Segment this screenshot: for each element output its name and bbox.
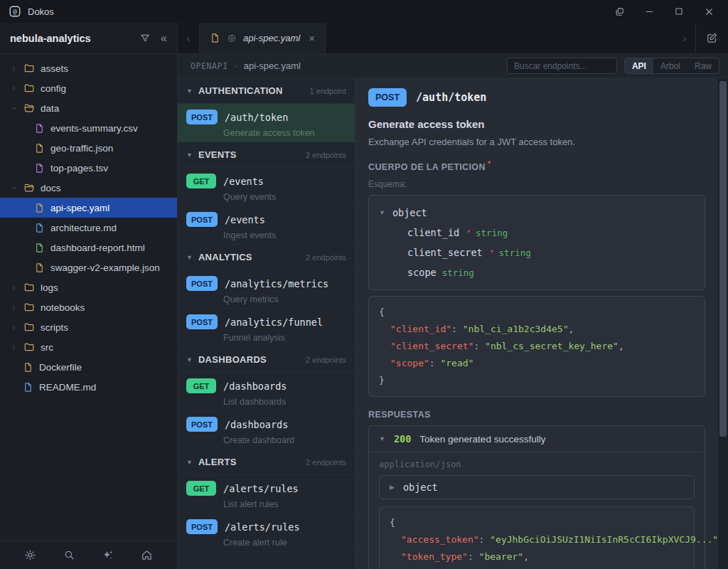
code-line: "client_secret": "nbl_cs_secret_key_here…	[379, 338, 695, 355]
view-option-arbol[interactable]: Arbol	[653, 58, 687, 73]
chevron-right-icon[interactable]	[10, 65, 18, 73]
response-schema-box[interactable]: ▶ object	[379, 475, 695, 499]
endpoint-path: /dashboards	[225, 419, 288, 430]
tree-file-api-spec.yaml[interactable]: api-spec.yaml	[0, 198, 177, 218]
chevron-down-icon[interactable]	[10, 105, 18, 112]
search-input[interactable]	[507, 58, 617, 74]
chevron-right-icon[interactable]	[10, 344, 18, 351]
maximize-icon	[674, 6, 684, 16]
file-icon	[210, 33, 220, 43]
tree-folder-data[interactable]: data	[0, 98, 177, 118]
chevron-right-icon[interactable]	[10, 284, 18, 292]
code-line: "client_id": "nbl_ci_a1b2c3d4e5",	[379, 321, 695, 338]
chevron-right-icon: ▶	[390, 484, 395, 491]
settings-button[interactable]	[24, 549, 36, 561]
tree-file-geo-traffic.json[interactable]: geo-traffic.json	[0, 138, 177, 158]
endpoint-get-dashboards[interactable]: GET/dashboardsList dashboards	[178, 373, 355, 411]
close-icon	[704, 6, 714, 17]
home-button[interactable]	[141, 549, 153, 561]
scrollbar-thumb[interactable]	[719, 81, 727, 437]
endpoint-post-dashboards[interactable]: POST/dashboardsCreate dashboard	[178, 411, 355, 450]
file-tree: assetsconfigdataevents-summary.csvgeo-tr…	[0, 54, 177, 541]
view-option-raw[interactable]: Raw	[687, 58, 719, 73]
response-header[interactable]: ▼ 200 Token generated successfully	[369, 426, 705, 452]
section-header-events[interactable]: ▼EVENTS2 endpoints	[178, 142, 355, 168]
tree-folder-scripts[interactable]: scripts	[0, 317, 177, 337]
tree-file-Dockerfile[interactable]: Dockerfile	[0, 357, 177, 377]
view-switcher: APIArbolRaw	[624, 58, 719, 74]
workspaces-button[interactable]	[604, 1, 634, 21]
method-badge: GET	[186, 481, 216, 496]
folder-open-icon	[23, 182, 35, 193]
required-marker: *	[467, 229, 470, 237]
section-header-analytics[interactable]: ▼ANALYTICS2 endpoints	[178, 245, 355, 270]
schema-root-toggle[interactable]: ▼object	[379, 203, 695, 223]
nav-forward-icon[interactable]: ›	[674, 23, 695, 53]
endpoint-get-events[interactable]: GET/eventsQuery events	[178, 168, 355, 206]
response-example-box: {"access_token": "eyJhbGciOiJSUzI1NiIsIn…	[379, 506, 695, 569]
endpoint-summary: List alert rules	[223, 499, 346, 509]
chevron-right-icon[interactable]	[10, 304, 18, 312]
response-schema-root: object	[403, 482, 438, 493]
chevron-right-icon[interactable]	[10, 324, 18, 331]
endpoint-summary: Funnel analysis	[223, 333, 346, 343]
schema-field-scope: scopestring	[379, 262, 695, 282]
tree-folder-docs[interactable]: docs	[0, 178, 177, 198]
filter-icon[interactable]	[139, 33, 151, 44]
endpoint-post-auth-token[interactable]: POST/auth/tokenGenerate access token	[178, 104, 355, 142]
endpoint-post-analytics-funnel[interactable]: POST/analytics/funnelFunnel analysis	[178, 309, 355, 347]
tree-folder-assets[interactable]: assets	[0, 58, 177, 78]
tab-close-icon[interactable]: ×	[309, 32, 315, 44]
minimize-button[interactable]	[634, 1, 664, 21]
section-header-authentication[interactable]: ▼AUTHENTICATION1 endpoint	[178, 78, 355, 104]
tree-folder-notebooks[interactable]: notebooks	[0, 297, 177, 317]
method-badge: POST	[186, 276, 218, 291]
code-line: "access_token": "eyJhbGciOiJSUzI1NiIsInR…	[390, 531, 684, 548]
section-header-dashboards[interactable]: ▼DASHBOARDS2 endpoints	[178, 347, 355, 373]
chevron-right-icon[interactable]	[10, 85, 18, 92]
nav-back-icon[interactable]: ‹	[178, 23, 199, 53]
tree-file-dashboard-report.html[interactable]: dashboard-report.html	[0, 238, 177, 257]
code-line: "scope": "read"	[379, 355, 695, 372]
response-code: 200	[394, 433, 411, 445]
close-button[interactable]	[694, 1, 724, 21]
required-marker: *	[488, 160, 491, 168]
tree-file-events-summary.csv[interactable]: events-summary.csv	[0, 118, 177, 138]
tree-folder-src[interactable]: src	[0, 337, 177, 357]
tree-item-label: notebooks	[41, 302, 85, 313]
schema-root-type: object	[392, 207, 427, 218]
tree-file-swagger-v2-example.json[interactable]: swagger-v2-example.json	[0, 257, 177, 277]
endpoint-post-events[interactable]: POST/eventsIngest events	[178, 206, 355, 245]
folder-icon	[23, 282, 35, 293]
tree-item-label: events-summary.csv	[50, 123, 138, 134]
tree-item-label: data	[41, 103, 59, 114]
file-icon	[34, 203, 45, 213]
endpoint-post-alerts-rules[interactable]: POST/alerts/rulesCreate alert rule	[178, 514, 355, 552]
section-header-alerts[interactable]: ▼ALERTS2 endpoints	[178, 450, 355, 475]
view-option-api[interactable]: API	[625, 58, 653, 73]
edit-button[interactable]	[695, 23, 728, 53]
schema-label: Esquema:	[368, 179, 705, 189]
tab-api-spec[interactable]: api-spec.yaml ×	[199, 23, 326, 53]
tree-file-architecture.md[interactable]: architecture.md	[0, 218, 177, 238]
code-line: {	[390, 514, 684, 531]
tree-item-label: Dockerfile	[39, 362, 82, 373]
search-button[interactable]	[63, 549, 75, 561]
collapse-sidebar-icon[interactable]: «	[161, 33, 167, 44]
maximize-button[interactable]	[664, 1, 694, 21]
endpoint-get-alerts-rules[interactable]: GET/alerts/rulesList alert rules	[178, 475, 355, 514]
endpoint-post-analytics-metrics[interactable]: POST/analytics/metricsQuery metrics	[178, 270, 355, 309]
scrollbar-track[interactable]	[718, 78, 728, 569]
chevron-down-icon[interactable]	[10, 184, 18, 192]
tree-item-label: api-spec.yaml	[50, 203, 109, 213]
svg-text:@: @	[13, 8, 17, 15]
tree-folder-config[interactable]: config	[0, 78, 177, 98]
sparkles-button[interactable]	[102, 549, 114, 561]
tree-file-top-pages.tsv[interactable]: top-pages.tsv	[0, 158, 177, 178]
method-badge: POST	[186, 110, 218, 124]
tree-folder-logs[interactable]: logs	[0, 277, 177, 297]
tree-file-README.md[interactable]: README.md	[0, 377, 177, 397]
endpoint-path: /analytics/metrics	[225, 278, 328, 289]
response-content-type: application/json	[379, 459, 695, 469]
folder-icon	[23, 302, 35, 313]
